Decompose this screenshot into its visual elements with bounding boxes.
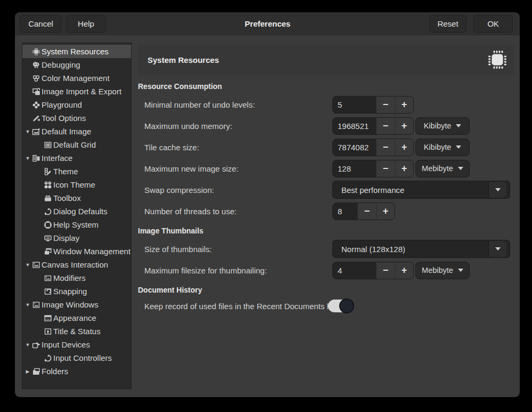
tile-cache-decrement-button[interactable]: − bbox=[376, 139, 395, 156]
chevron-down-icon bbox=[458, 167, 463, 170]
recent-documents-toggle[interactable] bbox=[328, 300, 353, 312]
swap-compression-dropdown[interactable]: Best performance bbox=[332, 181, 510, 199]
expander-closed-icon[interactable]: ▶ bbox=[23, 369, 32, 374]
sidebar-item-label: Tool Options bbox=[42, 114, 86, 123]
sidebar-item-input-devices[interactable]: ▼ Input Devices bbox=[22, 338, 131, 351]
tile-cache-increment-button[interactable]: + bbox=[395, 139, 413, 156]
sidebar-item-input-controllers[interactable]: Input Controllers bbox=[22, 351, 131, 365]
sidebar-item-icon-theme[interactable]: Icon Theme bbox=[22, 178, 131, 191]
sidebar-item-interface[interactable]: ▼ Interface bbox=[22, 151, 131, 165]
new-image-size-input[interactable]: 128 bbox=[333, 160, 376, 177]
input-controllers-icon bbox=[44, 354, 52, 362]
expander-open-icon[interactable]: ▼ bbox=[23, 156, 32, 161]
new-image-size-increment-button[interactable]: + bbox=[395, 160, 413, 177]
titlebar-right-buttons: Reset OK bbox=[429, 15, 513, 33]
sidebar-item-default-grid[interactable]: Default Grid bbox=[22, 138, 131, 151]
undo-memory-decrement-button[interactable]: − bbox=[376, 118, 395, 134]
cpu-chip-icon bbox=[487, 50, 508, 70]
expander-open-icon[interactable]: ▼ bbox=[23, 262, 32, 268]
sidebar-item-window-management[interactable]: Window Management bbox=[22, 245, 131, 258]
expander-open-icon[interactable]: ▼ bbox=[23, 129, 32, 134]
sidebar-item-modifiers[interactable]: Modifiers bbox=[22, 271, 131, 285]
color-management-icon bbox=[32, 74, 40, 83]
tile-cache-input[interactable]: 7874082 bbox=[333, 139, 376, 156]
undo-levels-input[interactable]: 5 bbox=[333, 96, 376, 113]
sidebar-item-title-and-status[interactable]: Title & Status bbox=[22, 325, 131, 338]
ok-button[interactable]: OK bbox=[473, 15, 513, 33]
sidebar-item-playground[interactable]: Playground bbox=[22, 98, 131, 111]
chevron-down-icon bbox=[495, 247, 501, 251]
default-grid-icon bbox=[44, 141, 52, 149]
threads-decrement-button[interactable]: − bbox=[357, 203, 376, 220]
sidebar-item-dialog-defaults[interactable]: Dialog Defaults bbox=[22, 205, 131, 218]
sidebar-item-label: Toolbox bbox=[53, 193, 81, 203]
sidebar-item-folders[interactable]: ▶ Folders bbox=[22, 365, 131, 378]
row-new-image-size: Maximum new image size: 128 − + Mebibyte bbox=[138, 159, 514, 177]
sidebar-item-help-system[interactable]: Help System bbox=[22, 218, 131, 231]
sidebar-item-default-image[interactable]: ▼ Default Image bbox=[22, 125, 131, 138]
undo-memory-unit-dropdown[interactable]: Kibibyte bbox=[415, 117, 470, 135]
thumbnail-filesize-unit-dropdown[interactable]: Mebibyte bbox=[415, 262, 470, 279]
sidebar-item-label: Display bbox=[53, 233, 79, 243]
thumbnail-filesize-increment-button[interactable]: + bbox=[395, 262, 413, 279]
threads-label: Number of threads to use: bbox=[144, 207, 236, 216]
toolbox-icon bbox=[44, 194, 52, 203]
sidebar-item-label: Help System bbox=[53, 220, 99, 229]
new-image-size-decrement-button[interactable]: − bbox=[376, 160, 395, 177]
row-threads: Number of threads to use: 8 − + bbox=[138, 202, 514, 220]
sidebar-item-color-management[interactable]: Color Management bbox=[22, 71, 131, 85]
row-tile-cache: Tile cache size: 7874082 − + Kibibyte bbox=[138, 138, 514, 156]
sidebar-item-debugging[interactable]: Debugging bbox=[22, 58, 131, 71]
sidebar-item-label: Theme bbox=[53, 167, 78, 176]
canvas-interaction-icon bbox=[32, 261, 40, 269]
sidebar-item-snapping[interactable]: Snapping bbox=[22, 285, 131, 298]
sidebar-item-toolbox[interactable]: Toolbox bbox=[22, 191, 131, 205]
sidebar-item-label: Title & Status bbox=[53, 327, 101, 336]
sidebar-item-system-resources[interactable]: System Resources bbox=[22, 45, 131, 58]
help-system-icon bbox=[44, 221, 52, 229]
help-button[interactable]: Help bbox=[66, 15, 106, 33]
undo-levels-increment-button[interactable]: + bbox=[395, 96, 413, 113]
input-devices-icon bbox=[32, 341, 40, 349]
cancel-button[interactable]: Cancel bbox=[20, 15, 62, 33]
undo-levels-label: Minimal number of undo levels: bbox=[144, 100, 255, 109]
undo-memory-input[interactable]: 1968521 bbox=[333, 118, 376, 134]
thumbnail-filesize-input[interactable]: 4 bbox=[333, 262, 376, 279]
sidebar-item-label: Snapping bbox=[53, 287, 87, 296]
sidebar-item-image-import-and-export[interactable]: Image Import & Export bbox=[22, 85, 131, 98]
tile-cache-spinbox: 7874082 − + bbox=[332, 139, 414, 156]
sidebar-item-display[interactable]: Display bbox=[22, 231, 131, 245]
sidebar-item-tool-options[interactable]: Tool Options bbox=[22, 111, 131, 125]
section-image-thumbnails: Image Thumbnails bbox=[138, 227, 203, 235]
sidebar-item-image-windows[interactable]: ▼ Image Windows bbox=[22, 298, 131, 311]
default-image-icon bbox=[32, 127, 40, 136]
undo-memory-increment-button[interactable]: + bbox=[395, 118, 413, 134]
thumbnail-filesize-decrement-button[interactable]: − bbox=[376, 262, 395, 279]
sidebar-item-appearance[interactable]: Appearance bbox=[22, 311, 131, 325]
chevron-down-icon bbox=[495, 188, 501, 191]
row-recent-documents: Keep record of used files in the Recent … bbox=[138, 297, 514, 315]
sidebar-item-theme[interactable]: Theme bbox=[22, 165, 131, 178]
sidebar-item-label: Default Grid bbox=[53, 140, 96, 149]
undo-levels-decrement-button[interactable]: − bbox=[376, 96, 395, 113]
theme-icon bbox=[44, 167, 52, 176]
preferences-category-tree[interactable]: System Resources Debugging Color Managem… bbox=[22, 43, 132, 389]
new-image-size-unit-dropdown[interactable]: Mebibyte bbox=[415, 160, 470, 177]
new-image-size-spinbox: 128 − + bbox=[332, 160, 414, 177]
thumbnail-size-dropdown[interactable]: Normal (128x128) bbox=[332, 240, 510, 258]
threads-input[interactable]: 8 bbox=[333, 203, 357, 220]
undo-memory-label: Maximum undo memory: bbox=[144, 122, 232, 131]
undo-levels-spinbox: 5 − + bbox=[332, 96, 414, 114]
system-resources-icon bbox=[32, 47, 40, 56]
threads-increment-button[interactable]: + bbox=[376, 203, 395, 220]
sidebar-item-label: Color Management bbox=[42, 74, 110, 83]
expander-open-icon[interactable]: ▼ bbox=[23, 302, 32, 308]
sidebar-item-label: Input Controllers bbox=[53, 353, 112, 362]
expander-open-icon[interactable]: ▼ bbox=[23, 342, 32, 348]
tile-cache-unit-dropdown[interactable]: Kibibyte bbox=[415, 139, 470, 156]
sidebar-item-canvas-interaction[interactable]: ▼ Canvas Interaction bbox=[22, 258, 131, 271]
sidebar-item-label: Dialog Defaults bbox=[53, 207, 108, 216]
page-header: System Resources bbox=[138, 45, 514, 75]
reset-button[interactable]: Reset bbox=[429, 15, 466, 33]
sidebar-item-label: Image Import & Export bbox=[42, 87, 121, 96]
